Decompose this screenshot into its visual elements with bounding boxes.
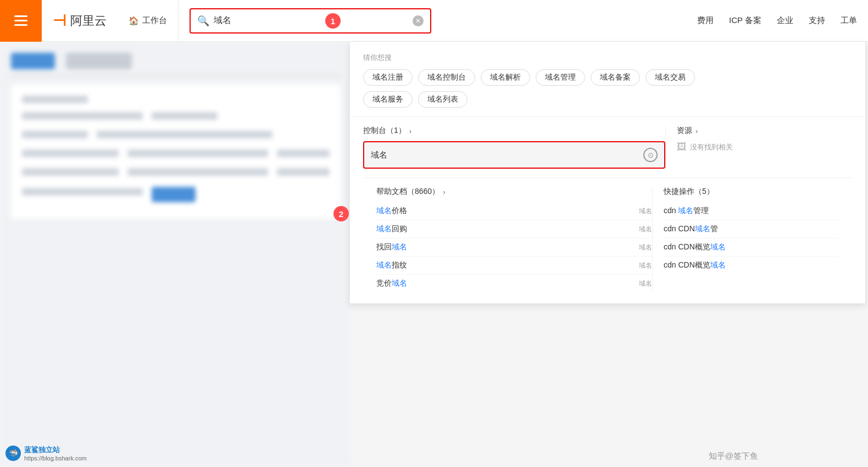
help-item-4-tag: 域名	[639, 279, 652, 288]
quick-item-1[interactable]: cdn CDN域名管	[664, 220, 839, 238]
zhihu-text: 知乎@签下鱼	[709, 451, 758, 460]
left-panel	[0, 42, 352, 467]
help-item-4[interactable]: 竞价域名 域名	[376, 275, 652, 292]
quick-ops-col: 快捷操作（5） cdn 域名管理 cdn CDN域名管 cdn CDN概览域名 …	[652, 187, 839, 292]
watermark-brand: 蓝鲨独立站 https://blog.bshark.com	[24, 445, 87, 462]
quick-item-2[interactable]: cdn CDN概览域名	[664, 238, 839, 257]
step1-label: 1	[331, 16, 335, 26]
suggest-tag[interactable]: 域名注册	[363, 69, 413, 86]
watermark-left: 🦈 蓝鲨独立站 https://blog.bshark.com	[5, 445, 87, 462]
no-result: 🖼 没有找到相关	[677, 141, 852, 153]
nav-link-support[interactable]: 支持	[809, 15, 825, 26]
console-resources-cols: 控制台（1） › 域名 ⊙ 资源 › 🖼 没有找到相关	[350, 126, 865, 169]
no-result-text: 没有找到相关	[690, 142, 733, 152]
resources-header-text: 资源	[677, 126, 692, 136]
suggest-tags: 域名注册 域名控制台 域名解析 域名管理 域名备案 域名交易	[363, 69, 852, 86]
help-header: 帮助文档（8660） ›	[376, 187, 652, 197]
result-item-left: 域名	[371, 150, 387, 160]
help-item-1-rest: 回购	[392, 224, 407, 233]
suggest-tag[interactable]: 域名服务	[363, 91, 413, 108]
domain-result-item[interactable]: 域名 ⊙	[363, 141, 665, 169]
help-header-text: 帮助文档（8660）	[376, 187, 439, 197]
logo-symbol: ⊣	[53, 12, 66, 30]
help-item-3-rest: 指纹	[392, 260, 407, 269]
help-item-0-rest: 价格	[392, 206, 407, 215]
navbar-links: 费用 ICP 备案 企业 支持 工单	[686, 15, 868, 26]
suggest-tag[interactable]: 域名解析	[481, 69, 530, 86]
help-item-0-blue: 域名	[376, 206, 392, 215]
suggest-tag[interactable]: 域名列表	[418, 91, 468, 108]
nav-link-enterprise[interactable]: 企业	[777, 15, 793, 26]
search-input[interactable]	[214, 16, 408, 26]
search-container: 🔍 ✕	[190, 8, 431, 34]
help-item-2-tag: 域名	[639, 243, 652, 252]
search-dropdown: 猜你想搜 域名注册 域名控制台 域名解析 域名管理 域名备案 域名交易 域名服务…	[349, 42, 866, 304]
help-cols: 帮助文档（8660） › 域名价格 域名 域名回购 域名 找回域名 域名	[363, 187, 852, 292]
help-divider	[363, 177, 852, 178]
suggest-tag[interactable]: 域名交易	[646, 69, 695, 86]
search-icon: 🔍	[197, 15, 209, 27]
search-box: 🔍 ✕	[190, 8, 431, 34]
help-item-1-tag: 域名	[639, 225, 652, 234]
search-clear-button[interactable]: ✕	[413, 15, 424, 26]
home-icon: 🏠	[129, 16, 139, 26]
resources-header: 资源 ›	[677, 126, 852, 136]
workbench-button[interactable]: 🏠 工作台	[118, 0, 179, 41]
hamburger-button[interactable]	[0, 0, 42, 42]
suggest-tag[interactable]: 域名控制台	[418, 69, 475, 86]
workbench-label: 工作台	[142, 15, 167, 26]
resources-arrow[interactable]: ›	[695, 127, 698, 135]
help-item-2-prefix: 找回	[376, 242, 392, 251]
nav-link-icp[interactable]: ICP 备案	[729, 15, 761, 26]
result-item-arrow-icon: ⊙	[643, 148, 658, 162]
help-item-0-tag: 域名	[639, 207, 652, 216]
step1-badge: 1	[325, 13, 341, 29]
resources-col: 资源 › 🖼 没有找到相关	[665, 126, 852, 169]
help-section: 帮助文档（8660） › 域名价格 域名 域名回购 域名 找回域名 域名	[350, 169, 865, 292]
quick-ops-header-text: 快捷操作（5）	[664, 187, 714, 196]
nav-link-cost[interactable]: 费用	[697, 15, 714, 26]
help-item-3-blue: 域名	[376, 260, 392, 269]
divider	[350, 116, 865, 117]
hamburger-icon	[14, 15, 27, 26]
console-header: 控制台（1） ›	[363, 126, 665, 136]
quick-item-1-text: cdn CDN域名管	[664, 224, 718, 234]
console-header-text: 控制台（1）	[363, 126, 406, 136]
help-item-1-blue: 域名	[376, 224, 392, 233]
quick-item-0[interactable]: cdn 域名管理	[664, 202, 839, 220]
console-col: 控制台（1） › 域名 ⊙	[363, 126, 665, 169]
console-header-arrow[interactable]: ›	[409, 127, 411, 135]
suggest-tag[interactable]: 域名管理	[536, 69, 585, 86]
result-item-text: 域名	[371, 150, 387, 160]
help-item-4-blue: 域名	[392, 279, 407, 287]
help-item-3-tag: 域名	[639, 261, 652, 270]
help-item-1[interactable]: 域名回购 域名	[376, 220, 652, 238]
shark-icon: 🦈	[5, 446, 21, 461]
suggest-section: 猜你想搜 域名注册 域名控制台 域名解析 域名管理 域名备案 域名交易 域名服务…	[350, 53, 865, 108]
quick-item-0-text: cdn 域名管理	[664, 206, 709, 216]
step2-label: 2	[339, 209, 343, 219]
help-item-3[interactable]: 域名指纹 域名	[376, 257, 652, 275]
quick-item-2-text: cdn CDN概览域名	[664, 242, 726, 252]
watermark-right: 知乎@签下鱼	[709, 451, 758, 462]
navbar: ⊣ 阿里云 🏠 工作台 🔍 ✕ 费用 ICP 备案 企业 支持 工单	[0, 0, 868, 42]
help-item-2-blue: 域名	[392, 242, 407, 251]
suggest-tag[interactable]: 域名备案	[591, 69, 640, 86]
help-col: 帮助文档（8660） › 域名价格 域名 域名回购 域名 找回域名 域名	[376, 187, 652, 292]
help-item-2[interactable]: 找回域名 域名	[376, 238, 652, 257]
quick-item-3-text: cdn CDN概览域名	[664, 260, 726, 270]
main-content: 猜你想搜 域名注册 域名控制台 域名解析 域名管理 域名备案 域名交易 域名服务…	[0, 42, 868, 467]
quick-ops-header: 快捷操作（5）	[664, 187, 839, 197]
quick-item-3[interactable]: cdn CDN概览域名	[664, 257, 839, 274]
logo[interactable]: ⊣ 阿里云	[42, 12, 118, 30]
brand-name: 蓝鲨独立站	[24, 445, 87, 455]
help-arrow[interactable]: ›	[443, 188, 445, 196]
suggest-title: 猜你想搜	[363, 53, 852, 63]
help-item-0[interactable]: 域名价格 域名	[376, 202, 652, 220]
logo-text: 阿里云	[70, 13, 107, 29]
no-result-icon: 🖼	[677, 141, 687, 153]
step2-badge: 2	[333, 206, 349, 221]
brand-url: https://blog.bshark.com	[24, 455, 87, 462]
help-item-4-prefix: 竞价	[376, 279, 392, 287]
nav-link-ticket[interactable]: 工单	[841, 15, 857, 26]
